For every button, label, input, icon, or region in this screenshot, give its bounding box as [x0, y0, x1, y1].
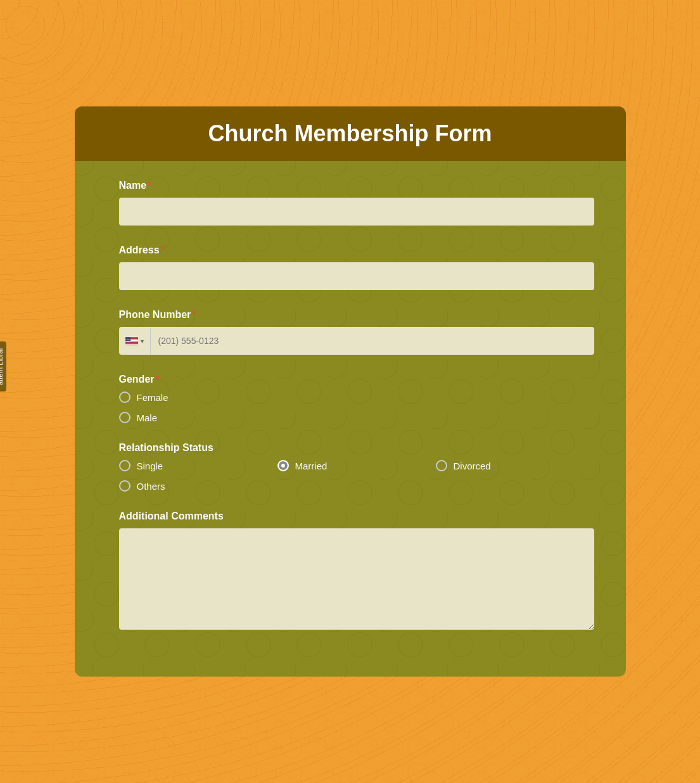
relationship-single-radio[interactable] — [119, 460, 130, 471]
phone-country-dropdown[interactable]: ★★★ ★★ ★★★ ★★ ▾ — [119, 328, 151, 354]
relationship-married-radio[interactable] — [277, 460, 289, 471]
svg-rect-4 — [125, 341, 138, 342]
relationship-radio-group: Single Married Divorced Others — [119, 460, 594, 492]
relationship-others-option[interactable]: Others — [119, 480, 277, 492]
name-group: Name* — [119, 180, 594, 226]
relationship-married-option[interactable]: Married — [277, 460, 436, 471]
comments-textarea[interactable] — [119, 528, 594, 630]
pattern-library-button[interactable]: attern Librar — [0, 341, 6, 392]
relationship-label: Relationship Status — [119, 442, 594, 454]
comments-group: Additional Comments — [119, 511, 594, 632]
gender-male-option[interactable]: Male — [119, 412, 594, 423]
us-flag-icon: ★★★ ★★ ★★★ ★★ — [125, 337, 138, 345]
phone-label: Phone Number* — [119, 309, 594, 321]
gender-group: Gender* Female Male — [119, 374, 594, 423]
form-title: Church Membership Form — [87, 120, 613, 147]
phone-wrapper: ★★★ ★★ ★★★ ★★ ▾ — [119, 327, 594, 355]
name-input[interactable] — [119, 198, 594, 226]
phone-required-star: * — [192, 309, 196, 320]
gender-label: Gender* — [119, 374, 594, 385]
gender-female-label: Female — [137, 392, 169, 403]
address-label: Address* — [119, 245, 594, 256]
address-required-star: * — [161, 245, 165, 255]
relationship-married-label: Married — [295, 461, 328, 471]
relationship-divorced-radio[interactable] — [436, 460, 447, 471]
relationship-single-label: Single — [137, 461, 163, 471]
relationship-others-label: Others — [137, 481, 165, 492]
pattern-lib-label: attern Librar — [0, 348, 4, 385]
gender-male-label: Male — [137, 412, 158, 423]
gender-required-star: * — [156, 374, 160, 385]
relationship-single-option[interactable]: Single — [119, 460, 277, 471]
phone-input[interactable] — [151, 327, 594, 355]
phone-group: Phone Number* ★★★ — [119, 309, 594, 355]
name-required-star: * — [148, 180, 151, 191]
dropdown-arrow-icon: ▾ — [141, 338, 144, 345]
relationship-divorced-label: Divorced — [454, 461, 491, 471]
relationship-group: Relationship Status Single Married Divor… — [119, 442, 594, 492]
svg-rect-5 — [125, 343, 138, 343]
address-group: Address* — [119, 245, 594, 290]
form-body: Name* Address* Phone Number* — [75, 161, 626, 677]
comments-label: Additional Comments — [119, 511, 594, 522]
form-container: Church Membership Form Name* Address* Ph… — [75, 106, 626, 677]
name-label: Name* — [119, 180, 594, 191]
svg-rect-6 — [125, 344, 138, 345]
relationship-divorced-option[interactable]: Divorced — [436, 460, 594, 471]
gender-radio-group: Female Male — [119, 392, 594, 423]
gender-female-radio[interactable] — [119, 392, 130, 403]
gender-male-radio[interactable] — [119, 412, 130, 423]
relationship-others-radio[interactable] — [119, 480, 130, 492]
form-header: Church Membership Form — [75, 106, 626, 161]
gender-female-option[interactable]: Female — [119, 392, 594, 403]
address-input[interactable] — [119, 262, 594, 290]
